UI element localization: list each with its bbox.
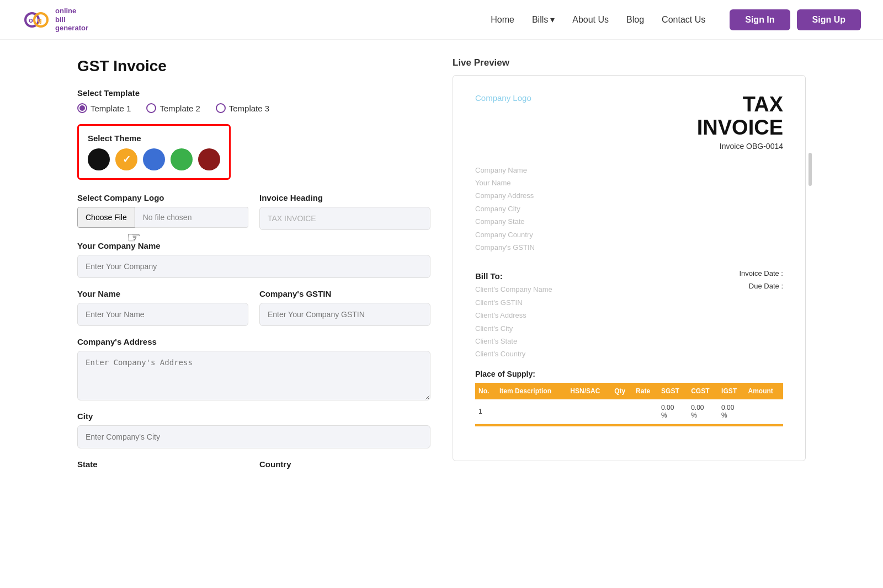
preview-header: Company Logo TAX INVOICE Invoice OBG-001… xyxy=(475,93,783,151)
city-label: City xyxy=(77,411,430,421)
invoice-date-label: Invoice Date : xyxy=(740,269,784,277)
file-input-row: Choose File No file chosen xyxy=(77,207,248,228)
due-date-label: Due Date : xyxy=(740,282,784,290)
invoice-heading-label: Invoice Heading xyxy=(259,193,430,202)
state-country-row: State Country xyxy=(77,459,430,469)
svg-text:g: g xyxy=(38,16,42,24)
template-3-radio[interactable] xyxy=(216,103,226,113)
color-swatch-black[interactable] xyxy=(88,148,110,170)
col-igst: IGST xyxy=(718,383,744,399)
client-address: Client's Address xyxy=(475,309,552,322)
template-1-radio[interactable] xyxy=(77,103,87,113)
template-3-option[interactable]: Template 3 xyxy=(216,103,269,113)
invoice-heading-input[interactable] xyxy=(259,207,430,230)
state-label: State xyxy=(77,459,248,469)
gstin-group: Company's GSTIN xyxy=(259,289,430,326)
preview-company-info: Company Name Your Name Company Address C… xyxy=(475,164,783,254)
logo[interactable]: o g online bill generator xyxy=(22,6,88,34)
country-group: Country xyxy=(259,459,430,469)
place-of-supply: Place of Supply: xyxy=(475,370,783,378)
color-swatch-darkred[interactable] xyxy=(198,148,220,170)
nav-bills[interactable]: Bills ▾ xyxy=(532,14,555,25)
table-row: 1 0.00% 0.00% 0.00% xyxy=(475,399,783,424)
col-no: No. xyxy=(475,383,496,399)
preview-table: No. Item Description HSN/SAC Qty Rate SG… xyxy=(475,383,783,426)
no-file-text: No file chosen xyxy=(135,207,248,228)
cell-item xyxy=(496,399,567,424)
template-1-option[interactable]: Template 1 xyxy=(77,103,131,113)
name-gstin-row: Your Name Company's GSTIN xyxy=(77,289,430,326)
col-item: Item Description xyxy=(496,383,567,399)
nav-home[interactable]: Home xyxy=(491,15,514,24)
preview-label: Live Preview xyxy=(453,57,806,68)
cell-amount xyxy=(745,399,783,424)
col-qty: Qty xyxy=(611,383,632,399)
address-input[interactable] xyxy=(77,351,430,400)
cell-qty xyxy=(611,399,632,424)
company-name-preview: Company Name xyxy=(475,164,783,177)
color-swatch-green[interactable] xyxy=(171,148,193,170)
nav-links: Home Bills ▾ About Us Blog Contact Us xyxy=(491,14,705,25)
col-hsn: HSN/SAC xyxy=(567,383,611,399)
logo-text: online bill generator xyxy=(55,7,88,33)
your-name-input[interactable] xyxy=(77,303,248,326)
preview-invoice-title: TAX INVOICE xyxy=(697,93,783,140)
left-panel: GST Invoice Select Template Template 1 T… xyxy=(77,57,453,480)
table-header-row: No. Item Description HSN/SAC Qty Rate SG… xyxy=(475,383,783,399)
nav-blog[interactable]: Blog xyxy=(626,15,644,24)
preview-logo: Company Logo xyxy=(475,93,531,103)
company-name-group: Your Company Name xyxy=(77,241,430,278)
template-2-radio[interactable] xyxy=(146,103,156,113)
client-gstin: Client's GSTIN xyxy=(475,296,552,309)
nav-about[interactable]: About Us xyxy=(572,15,609,24)
page-content: GST Invoice Select Template Template 1 T… xyxy=(55,40,828,498)
col-amount: Amount xyxy=(745,383,783,399)
your-name-preview: Your Name xyxy=(475,177,783,189)
color-swatch-orange[interactable] xyxy=(115,148,137,170)
col-rate: Rate xyxy=(632,383,658,399)
svg-text:o: o xyxy=(29,16,33,24)
client-city: Client's City xyxy=(475,322,552,335)
page-title: GST Invoice xyxy=(77,57,430,75)
gstin-input[interactable] xyxy=(259,303,430,326)
navbar: o g online bill generator Home Bills ▾ A… xyxy=(0,0,883,40)
table-footer-row xyxy=(475,424,783,426)
your-name-group: Your Name xyxy=(77,289,248,326)
cell-no: 1 xyxy=(475,399,496,424)
bill-to-section: Bill To: Client's Company Name Client's … xyxy=(475,265,552,360)
nav-contact[interactable]: Contact Us xyxy=(662,15,705,24)
logo-icon: o g xyxy=(22,6,51,34)
cell-igst: 0.00% xyxy=(718,399,744,424)
country-label: Country xyxy=(259,459,430,469)
bill-to-dates-row: Bill To: Client's Company Name Client's … xyxy=(475,265,783,360)
state-group: State xyxy=(77,459,248,469)
company-address-preview: Company Address xyxy=(475,189,783,202)
signin-button[interactable]: Sign In xyxy=(730,9,790,30)
company-country-preview: Company Country xyxy=(475,228,783,241)
logo-heading-row: Select Company Logo Choose File No file … xyxy=(77,193,430,230)
cell-sgst: 0.00% xyxy=(658,399,688,424)
company-name-label: Your Company Name xyxy=(77,241,430,250)
template-2-option[interactable]: Template 2 xyxy=(146,103,200,113)
city-group: City xyxy=(77,411,430,448)
template-options: Template 1 Template 2 Template 3 xyxy=(77,103,430,113)
template-1-label: Template 1 xyxy=(91,104,131,113)
choose-file-button[interactable]: Choose File xyxy=(77,207,135,228)
template-3-label: Template 3 xyxy=(229,104,269,113)
logo-group: Select Company Logo Choose File No file … xyxy=(77,193,248,230)
scrollbar[interactable] xyxy=(808,153,812,186)
company-city-preview: Company City xyxy=(475,202,783,215)
company-name-input[interactable] xyxy=(77,255,430,278)
address-group: Company's Address xyxy=(77,337,430,400)
theme-label: Select Theme xyxy=(88,133,220,143)
color-swatch-blue[interactable] xyxy=(143,148,165,170)
bill-to-label: Bill To: xyxy=(475,271,552,281)
col-sgst: SGST xyxy=(658,383,688,399)
theme-box: Select Theme xyxy=(77,124,231,180)
preview-invoice-num: Invoice OBG-0014 xyxy=(697,142,783,151)
city-input[interactable] xyxy=(77,425,430,448)
signup-button[interactable]: Sign Up xyxy=(797,9,861,30)
company-state-preview: Company State xyxy=(475,215,783,228)
address-label: Company's Address xyxy=(77,337,430,346)
your-name-label: Your Name xyxy=(77,289,248,298)
